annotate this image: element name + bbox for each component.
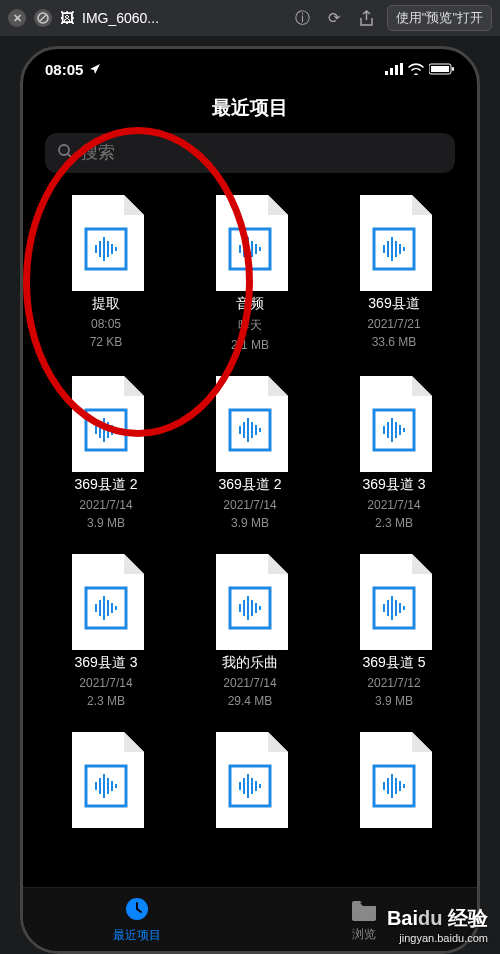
audio-file-icon — [68, 732, 144, 828]
audio-file-icon — [356, 554, 432, 650]
file-item[interactable] — [181, 732, 319, 840]
file-name: 369县道 — [368, 295, 419, 313]
file-name: 369县道 3 — [74, 654, 137, 672]
svg-line-10 — [40, 15, 46, 21]
audio-file-icon — [68, 554, 144, 650]
file-size: 3.9 MB — [87, 516, 125, 530]
file-item[interactable] — [37, 732, 175, 840]
wifi-icon — [408, 63, 424, 75]
search-input[interactable] — [81, 143, 443, 163]
signal-icon — [385, 63, 403, 75]
file-size: 72 KB — [90, 335, 123, 349]
phone-statusbar: 08:05 — [23, 49, 477, 89]
share-icon[interactable] — [355, 6, 379, 30]
close-icon[interactable]: ✕ — [8, 9, 26, 27]
file-date: 2021/7/14 — [79, 498, 132, 512]
search-bar[interactable] — [45, 133, 455, 173]
file-item[interactable]: 369县道 22021/7/143.9 MB — [181, 376, 319, 530]
svg-rect-17 — [452, 67, 454, 71]
info-icon[interactable]: ⓘ — [291, 6, 315, 30]
svg-point-18 — [59, 145, 69, 155]
file-item[interactable]: 369县道 32021/7/142.3 MB — [325, 376, 463, 530]
file-date: 昨天 — [238, 317, 262, 334]
search-icon — [57, 143, 73, 163]
files-grid: 提取08:0572 KB音频昨天2.1 MB369县道2021/7/2133.6… — [23, 173, 477, 887]
svg-rect-11 — [385, 71, 388, 75]
file-item[interactable]: 我的乐曲2021/7/1429.4 MB — [181, 554, 319, 708]
location-icon — [89, 61, 101, 78]
svg-rect-12 — [390, 68, 393, 75]
window-titlebar: ✕ 🖼 IMG_6060... ⓘ ⟳ 使用"预览"打开 — [0, 0, 500, 36]
file-date: 2021/7/21 — [367, 317, 420, 331]
svg-line-19 — [68, 154, 72, 158]
image-file-icon: 🖼 — [60, 10, 74, 26]
file-item[interactable]: 369县道 22021/7/143.9 MB — [37, 376, 175, 530]
file-item[interactable]: 音频昨天2.1 MB — [181, 195, 319, 352]
tab-browse-label: 浏览 — [352, 926, 376, 943]
file-date: 2021/7/14 — [223, 676, 276, 690]
file-date: 08:05 — [91, 317, 121, 331]
block-icon[interactable] — [34, 9, 52, 27]
file-size: 3.9 MB — [375, 694, 413, 708]
file-size: 33.6 MB — [372, 335, 417, 349]
audio-file-icon — [356, 195, 432, 291]
statusbar-time: 08:05 — [45, 61, 83, 78]
file-size: 3.9 MB — [231, 516, 269, 530]
audio-file-icon — [68, 376, 144, 472]
file-item[interactable]: 提取08:0572 KB — [37, 195, 175, 352]
page-title: 最近项目 — [23, 89, 477, 133]
folder-icon — [350, 897, 378, 924]
file-name: 369县道 2 — [74, 476, 137, 494]
file-name: 369县道 5 — [362, 654, 425, 672]
file-name: 369县道 2 — [218, 476, 281, 494]
window-filename: IMG_6060... — [82, 10, 159, 26]
audio-file-icon — [356, 732, 432, 828]
file-name: 369县道 3 — [362, 476, 425, 494]
file-date: 2021/7/14 — [367, 498, 420, 512]
file-item[interactable]: 369县道 52021/7/123.9 MB — [325, 554, 463, 708]
phone-frame: 08:05 最近项目 提取08:0572 KB音频昨天2.1 MB369县道20… — [20, 46, 480, 954]
clock-icon — [124, 896, 150, 925]
file-size: 2.1 MB — [231, 338, 269, 352]
svg-rect-13 — [395, 65, 398, 75]
file-date: 2021/7/12 — [367, 676, 420, 690]
file-size: 2.3 MB — [87, 694, 125, 708]
tab-bar: 最近项目 浏览 — [23, 887, 477, 951]
tab-recents[interactable]: 最近项目 — [23, 888, 250, 951]
tab-browse[interactable]: 浏览 — [250, 888, 477, 951]
file-size: 2.3 MB — [375, 516, 413, 530]
open-with-preview-button[interactable]: 使用"预览"打开 — [387, 5, 492, 31]
file-name: 我的乐曲 — [222, 654, 278, 672]
file-date: 2021/7/14 — [223, 498, 276, 512]
file-date: 2021/7/14 — [79, 676, 132, 690]
file-size: 29.4 MB — [228, 694, 273, 708]
audio-file-icon — [356, 376, 432, 472]
file-name: 音频 — [236, 295, 264, 313]
file-item[interactable]: 369县道 32021/7/142.3 MB — [37, 554, 175, 708]
audio-file-icon — [68, 195, 144, 291]
svg-rect-14 — [400, 63, 403, 75]
audio-file-icon — [212, 732, 288, 828]
audio-file-icon — [212, 376, 288, 472]
tab-recents-label: 最近项目 — [113, 927, 161, 944]
audio-file-icon — [212, 554, 288, 650]
battery-icon — [429, 63, 455, 75]
svg-rect-16 — [431, 66, 449, 72]
file-item[interactable]: 369县道2021/7/2133.6 MB — [325, 195, 463, 352]
file-item[interactable] — [325, 732, 463, 840]
audio-file-icon — [212, 195, 288, 291]
rotate-icon[interactable]: ⟳ — [323, 6, 347, 30]
file-name: 提取 — [92, 295, 120, 313]
